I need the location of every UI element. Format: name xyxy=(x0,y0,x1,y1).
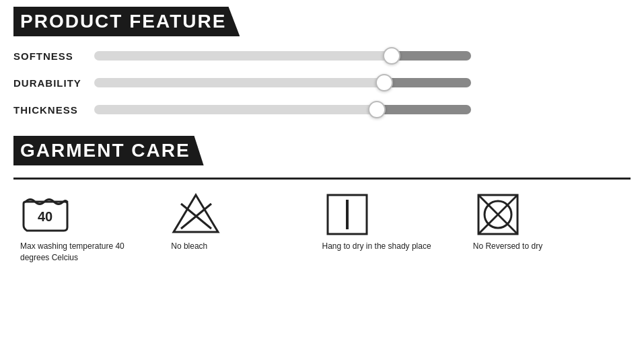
svg-marker-1 xyxy=(174,195,218,232)
care-item-bleach: No bleach xyxy=(171,192,322,252)
garment-care-title: GARMENT CARE xyxy=(20,140,190,161)
svg-text:40: 40 xyxy=(38,209,52,224)
care-item-hang-dry: Hang to dry in the shady place xyxy=(322,192,473,252)
product-feature-header: PRODUCT FEATURE xyxy=(13,7,631,36)
no-bleach-icon xyxy=(171,192,221,235)
no-reversed-dry-icon xyxy=(473,192,524,235)
wash-40-icon: 40 xyxy=(20,192,71,235)
durability-slider[interactable] xyxy=(94,75,471,90)
softness-label: SOFTNESS xyxy=(13,50,94,62)
garment-care-header: GARMENT CARE xyxy=(13,136,631,165)
care-label-hang-dry: Hang to dry in the shady place xyxy=(322,241,431,252)
product-feature-header-bg: PRODUCT FEATURE xyxy=(13,7,240,36)
care-label-wash: Max washing temperature 40 degrees Celci… xyxy=(20,241,141,264)
hang-dry-shade-icon xyxy=(322,192,373,235)
care-item-no-reversed: No Reversed to dry xyxy=(473,192,624,252)
care-label-no-reversed: No Reversed to dry xyxy=(473,241,542,252)
durability-row: DURABILITY xyxy=(13,75,631,90)
product-feature-title: PRODUCT FEATURE xyxy=(20,11,226,32)
garment-care-header-bg: GARMENT CARE xyxy=(13,136,204,165)
thickness-row: THICKNESS xyxy=(13,102,631,117)
thickness-slider[interactable] xyxy=(94,102,471,117)
care-item-wash: 40 Max washing temperature 40 degrees Ce… xyxy=(20,192,171,264)
durability-label: DURABILITY xyxy=(13,77,94,89)
softness-row: SOFTNESS xyxy=(13,48,631,63)
care-label-bleach: No bleach xyxy=(171,241,207,252)
softness-slider[interactable] xyxy=(94,48,471,63)
product-feature-section: PRODUCT FEATURE SOFTNESS DURABILITY THIC… xyxy=(0,0,644,136)
garment-care-section: GARMENT CARE 40 Max washing temperature … xyxy=(0,136,644,270)
care-icons-row: 40 Max washing temperature 40 degrees Ce… xyxy=(13,180,631,270)
thickness-label: THICKNESS xyxy=(13,104,94,116)
